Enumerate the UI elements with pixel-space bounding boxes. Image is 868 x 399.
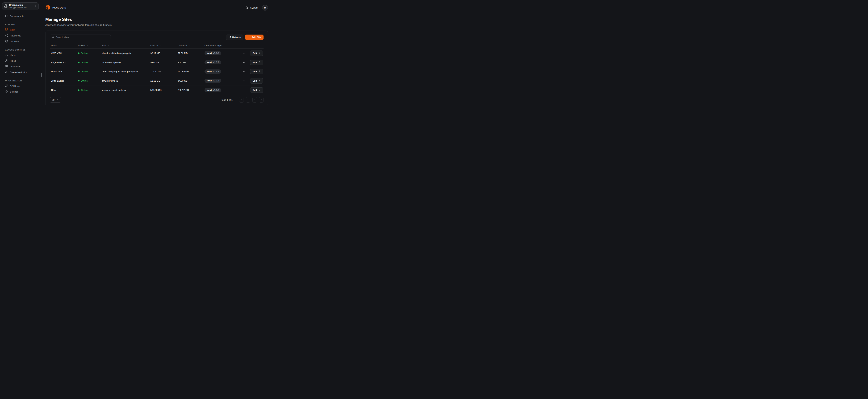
page-title: Manage Sites <box>45 17 268 22</box>
sidebar-item-resources[interactable]: Resources <box>2 33 38 38</box>
column-header-data-out[interactable]: Data Out <box>176 44 203 47</box>
row-menu-button[interactable] <box>243 89 246 91</box>
column-header-label: Data Out <box>178 44 187 47</box>
sidebar-item-shareable-links[interactable]: Shareable Links <box>2 69 38 75</box>
page-size-value: 20 <box>52 99 55 101</box>
chevron-left-icon <box>247 98 249 101</box>
cell-site: vivacious-little-blue-penguin <box>100 52 149 55</box>
sort-icon <box>107 44 110 47</box>
topbar-right: System M <box>246 5 268 10</box>
table-header-row: Name Online Site Data In <box>50 43 264 49</box>
scrollbar-thumb[interactable] <box>41 73 42 77</box>
edit-button-label: Edit <box>253 52 257 55</box>
column-header-online[interactable]: Online <box>77 44 100 47</box>
sidebar-section-organization: ORGANIZATION <box>2 80 38 82</box>
online-dot <box>78 62 80 63</box>
cell-name: Jeff's Laptop <box>50 80 77 82</box>
connection-type-version: v1.3.2 <box>213 89 219 91</box>
arrow-right-icon <box>258 52 261 55</box>
org-selector[interactable]: Organization milo@fossorial.io's ... <box>2 2 38 10</box>
online-dot <box>78 71 80 72</box>
app-root: Organization milo@fossorial.io's ... Ser… <box>0 0 272 123</box>
sites-table: Name Online Site Data In <box>50 43 264 95</box>
column-header-data-in[interactable]: Data In <box>149 44 176 47</box>
cell-online: Online <box>77 89 100 91</box>
arrow-right-icon <box>258 70 261 73</box>
online-label: Online <box>81 89 88 91</box>
sidebar-item-label: Server Admin <box>10 15 24 18</box>
refresh-button[interactable]: Refresh <box>226 35 243 40</box>
sidebar-item-settings[interactable]: Settings <box>2 89 38 95</box>
globe-icon <box>5 40 8 43</box>
sort-icon <box>188 44 190 47</box>
connection-type-name: Newt <box>207 61 212 64</box>
sidebar-item-roles[interactable]: Roles <box>2 58 38 64</box>
online-dot <box>78 80 80 82</box>
share-nodes-icon <box>5 34 8 37</box>
chevron-right-icon <box>253 98 256 101</box>
connection-type-version: v1.3.2 <box>213 80 219 82</box>
sidebar-item-server-admin[interactable]: Server Admin <box>2 13 38 19</box>
connection-type-badge: Newtv1.3.2 <box>205 79 221 83</box>
row-menu-button[interactable] <box>243 61 246 64</box>
chevrons-up-down-icon <box>34 5 37 8</box>
first-page-button[interactable] <box>239 97 244 103</box>
theme-toggle[interactable]: System <box>246 6 258 9</box>
topbar: PANGOLIN System M <box>45 0 268 12</box>
ticket-check-icon <box>5 65 8 68</box>
sidebar-item-label: Domains <box>10 40 19 43</box>
cell-name: AWS VPC <box>50 52 77 55</box>
column-header-connection-type[interactable]: Connection Type <box>203 44 262 47</box>
edit-button[interactable]: Edit <box>250 60 264 65</box>
sidebar-item-domains[interactable]: Domains <box>2 38 38 44</box>
page-size-select[interactable]: 20 <box>50 97 61 103</box>
edit-button[interactable]: Edit <box>250 87 264 93</box>
cell-data-out: 34.80 GB <box>176 80 203 82</box>
add-site-button[interactable]: Add Site <box>245 35 264 40</box>
avatar[interactable]: M <box>262 5 268 10</box>
row-actions: Edit <box>243 51 264 56</box>
brand: PANGOLIN <box>45 5 66 10</box>
edit-button-label: Edit <box>253 70 257 73</box>
search-input[interactable] <box>56 36 109 38</box>
last-page-button[interactable] <box>259 97 264 103</box>
edit-button[interactable]: Edit <box>250 51 264 56</box>
sidebar-item-label: Users <box>10 54 16 56</box>
cell-data-out: 3.20 MB <box>176 61 203 64</box>
sidebar-item-api-keys[interactable]: API Keys <box>2 83 38 89</box>
refresh-icon <box>228 36 231 39</box>
column-header-name[interactable]: Name <box>50 44 77 47</box>
table-footer: 20 Page 1 of 1 <box>50 97 264 103</box>
connection-type-name: Newt <box>207 89 212 91</box>
add-site-button-label: Add Site <box>252 36 261 38</box>
row-actions: Edit <box>243 87 264 93</box>
sidebar-item-invitations[interactable]: Invitations <box>2 64 38 69</box>
connection-type-version: v1.3.2 <box>213 52 219 54</box>
row-menu-button[interactable] <box>243 52 246 55</box>
online-dot <box>78 89 80 91</box>
connection-type-name: Newt <box>207 52 212 54</box>
sidebar-nav: Server Admin GENERAL Sites Resources Do <box>2 13 38 95</box>
edit-button[interactable]: Edit <box>250 78 264 84</box>
sidebar-section-general: GENERAL <box>2 24 38 26</box>
server-icon <box>5 14 8 18</box>
online-label: Online <box>81 70 88 73</box>
cell-data-out: 52.02 MB <box>176 52 203 55</box>
cell-site: welcome-giant-mole-rat <box>100 89 149 91</box>
search-box[interactable] <box>50 35 111 40</box>
user-icon <box>5 54 8 57</box>
theme-toggle-label: System <box>250 6 258 9</box>
sidebar-item-users[interactable]: Users <box>2 52 38 58</box>
column-header-site[interactable]: Site <box>100 44 149 47</box>
previous-page-button[interactable] <box>246 97 250 103</box>
plus-icon <box>248 36 250 39</box>
sidebar-section-access-control: ACCESS CONTROL <box>2 49 38 51</box>
sidebar-item-sites[interactable]: Sites <box>2 27 38 33</box>
cell-data-in: 534.98 GB <box>149 89 176 91</box>
column-header-label: Connection Type <box>205 44 222 47</box>
edit-button[interactable]: Edit <box>250 69 264 74</box>
row-menu-button[interactable] <box>243 70 246 73</box>
next-page-button[interactable] <box>252 97 257 103</box>
online-label: Online <box>81 52 88 55</box>
row-menu-button[interactable] <box>243 80 246 82</box>
